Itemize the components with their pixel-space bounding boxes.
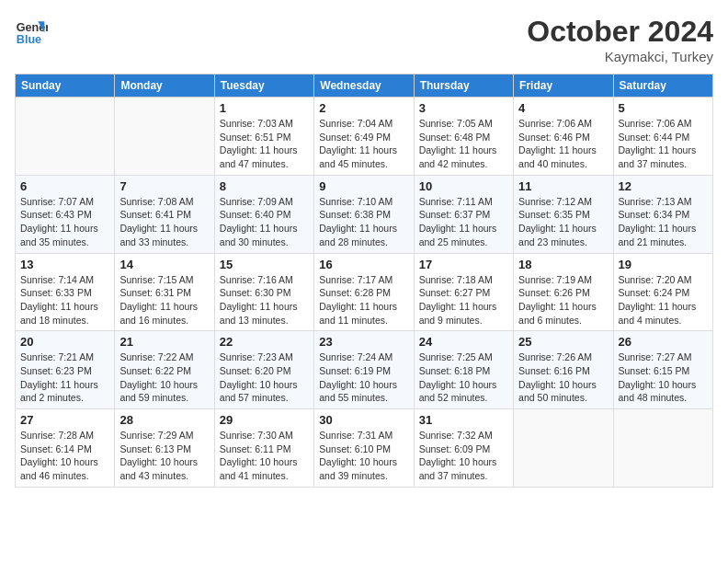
day-info: Sunrise: 7:18 AM Sunset: 6:27 PM Dayligh… bbox=[419, 273, 508, 327]
day-info: Sunrise: 7:10 AM Sunset: 6:38 PM Dayligh… bbox=[319, 195, 408, 249]
day-info: Sunrise: 7:09 AM Sunset: 6:40 PM Dayligh… bbox=[220, 195, 309, 249]
day-number: 27 bbox=[20, 413, 109, 427]
calendar-cell: 21Sunrise: 7:22 AM Sunset: 6:22 PM Dayli… bbox=[115, 331, 214, 409]
page-header: General Blue October 2024 Kaymakci, Turk… bbox=[15, 15, 713, 64]
day-number: 28 bbox=[119, 413, 209, 427]
day-number: 23 bbox=[319, 335, 408, 349]
day-info: Sunrise: 7:20 AM Sunset: 6:24 PM Dayligh… bbox=[619, 273, 708, 327]
day-info: Sunrise: 7:05 AM Sunset: 6:48 PM Dayligh… bbox=[419, 117, 508, 171]
calendar-week-row: 1Sunrise: 7:03 AM Sunset: 6:51 PM Daylig… bbox=[16, 98, 713, 176]
day-number: 25 bbox=[518, 335, 608, 349]
calendar-cell: 7Sunrise: 7:08 AM Sunset: 6:41 PM Daylig… bbox=[115, 175, 214, 253]
calendar-cell: 15Sunrise: 7:16 AM Sunset: 6:30 PM Dayli… bbox=[214, 253, 313, 331]
calendar-cell: 9Sunrise: 7:10 AM Sunset: 6:38 PM Daylig… bbox=[314, 175, 414, 253]
calendar-cell: 29Sunrise: 7:30 AM Sunset: 6:11 PM Dayli… bbox=[214, 409, 313, 488]
day-info: Sunrise: 7:08 AM Sunset: 6:41 PM Dayligh… bbox=[119, 195, 209, 249]
day-info: Sunrise: 7:03 AM Sunset: 6:51 PM Dayligh… bbox=[220, 117, 309, 171]
day-number: 30 bbox=[319, 413, 408, 427]
calendar-cell: 22Sunrise: 7:23 AM Sunset: 6:20 PM Dayli… bbox=[214, 331, 313, 409]
day-info: Sunrise: 7:30 AM Sunset: 6:11 PM Dayligh… bbox=[220, 429, 309, 483]
calendar-cell: 8Sunrise: 7:09 AM Sunset: 6:40 PM Daylig… bbox=[214, 175, 313, 253]
weekday-header-friday: Friday bbox=[514, 75, 613, 98]
calendar-cell: 3Sunrise: 7:05 AM Sunset: 6:48 PM Daylig… bbox=[414, 98, 513, 176]
day-info: Sunrise: 7:06 AM Sunset: 6:44 PM Dayligh… bbox=[619, 117, 708, 171]
day-number: 1 bbox=[220, 101, 309, 115]
calendar-cell: 5Sunrise: 7:06 AM Sunset: 6:44 PM Daylig… bbox=[613, 98, 712, 176]
calendar-cell: 25Sunrise: 7:26 AM Sunset: 6:16 PM Dayli… bbox=[514, 331, 613, 409]
day-number: 8 bbox=[220, 179, 309, 193]
calendar-cell bbox=[613, 409, 712, 488]
day-info: Sunrise: 7:12 AM Sunset: 6:35 PM Dayligh… bbox=[518, 195, 608, 249]
calendar-cell: 31Sunrise: 7:32 AM Sunset: 6:09 PM Dayli… bbox=[414, 409, 513, 488]
calendar-cell: 1Sunrise: 7:03 AM Sunset: 6:51 PM Daylig… bbox=[214, 98, 313, 176]
weekday-header-wednesday: Wednesday bbox=[314, 75, 414, 98]
calendar-cell bbox=[16, 98, 115, 176]
calendar-cell: 14Sunrise: 7:15 AM Sunset: 6:31 PM Dayli… bbox=[115, 253, 214, 331]
calendar-cell: 13Sunrise: 7:14 AM Sunset: 6:33 PM Dayli… bbox=[16, 253, 115, 331]
day-number: 21 bbox=[119, 335, 209, 349]
calendar-cell: 20Sunrise: 7:21 AM Sunset: 6:23 PM Dayli… bbox=[16, 331, 115, 409]
day-info: Sunrise: 7:19 AM Sunset: 6:26 PM Dayligh… bbox=[518, 273, 608, 327]
day-info: Sunrise: 7:13 AM Sunset: 6:34 PM Dayligh… bbox=[619, 195, 708, 249]
day-info: Sunrise: 7:15 AM Sunset: 6:31 PM Dayligh… bbox=[119, 273, 209, 327]
weekday-header-tuesday: Tuesday bbox=[214, 75, 313, 98]
day-info: Sunrise: 7:24 AM Sunset: 6:19 PM Dayligh… bbox=[319, 350, 408, 405]
calendar-cell: 19Sunrise: 7:20 AM Sunset: 6:24 PM Dayli… bbox=[613, 253, 712, 331]
weekday-header-row: SundayMondayTuesdayWednesdayThursdayFrid… bbox=[16, 75, 713, 98]
calendar-cell: 6Sunrise: 7:07 AM Sunset: 6:43 PM Daylig… bbox=[16, 175, 115, 253]
day-info: Sunrise: 7:28 AM Sunset: 6:14 PM Dayligh… bbox=[20, 429, 109, 483]
calendar-cell: 12Sunrise: 7:13 AM Sunset: 6:34 PM Dayli… bbox=[613, 175, 712, 253]
day-info: Sunrise: 7:04 AM Sunset: 6:49 PM Dayligh… bbox=[319, 117, 408, 171]
calendar-cell: 4Sunrise: 7:06 AM Sunset: 6:46 PM Daylig… bbox=[514, 98, 613, 176]
day-number: 10 bbox=[419, 179, 508, 193]
day-info: Sunrise: 7:06 AM Sunset: 6:46 PM Dayligh… bbox=[518, 117, 608, 171]
day-number: 31 bbox=[419, 413, 508, 427]
calendar-cell: 18Sunrise: 7:19 AM Sunset: 6:26 PM Dayli… bbox=[514, 253, 613, 331]
weekday-header-thursday: Thursday bbox=[414, 75, 513, 98]
day-number: 12 bbox=[619, 179, 708, 193]
calendar-week-row: 20Sunrise: 7:21 AM Sunset: 6:23 PM Dayli… bbox=[16, 331, 713, 409]
weekday-header-saturday: Saturday bbox=[613, 75, 712, 98]
day-number: 7 bbox=[119, 179, 209, 193]
day-number: 24 bbox=[419, 335, 508, 349]
month-title: October 2024 bbox=[527, 15, 713, 49]
day-info: Sunrise: 7:29 AM Sunset: 6:13 PM Dayligh… bbox=[119, 429, 209, 483]
day-info: Sunrise: 7:11 AM Sunset: 6:37 PM Dayligh… bbox=[419, 195, 508, 249]
calendar-cell: 30Sunrise: 7:31 AM Sunset: 6:10 PM Dayli… bbox=[314, 409, 414, 488]
day-info: Sunrise: 7:32 AM Sunset: 6:09 PM Dayligh… bbox=[419, 429, 508, 483]
day-number: 9 bbox=[319, 179, 408, 193]
calendar-week-row: 6Sunrise: 7:07 AM Sunset: 6:43 PM Daylig… bbox=[16, 175, 713, 253]
calendar-cell: 26Sunrise: 7:27 AM Sunset: 6:15 PM Dayli… bbox=[613, 331, 712, 409]
day-number: 17 bbox=[419, 258, 508, 271]
day-info: Sunrise: 7:23 AM Sunset: 6:20 PM Dayligh… bbox=[220, 350, 309, 405]
logo-icon: General Blue bbox=[15, 15, 48, 48]
title-block: October 2024 Kaymakci, Turkey bbox=[527, 15, 713, 64]
day-number: 15 bbox=[220, 258, 309, 271]
day-number: 6 bbox=[20, 179, 109, 193]
svg-text:Blue: Blue bbox=[17, 33, 41, 46]
calendar-table: SundayMondayTuesdayWednesdayThursdayFrid… bbox=[15, 74, 713, 488]
day-info: Sunrise: 7:14 AM Sunset: 6:33 PM Dayligh… bbox=[20, 273, 109, 327]
day-number: 19 bbox=[619, 258, 708, 271]
calendar-cell: 24Sunrise: 7:25 AM Sunset: 6:18 PM Dayli… bbox=[414, 331, 513, 409]
day-number: 16 bbox=[319, 258, 408, 271]
day-info: Sunrise: 7:21 AM Sunset: 6:23 PM Dayligh… bbox=[20, 350, 109, 405]
calendar-cell: 16Sunrise: 7:17 AM Sunset: 6:28 PM Dayli… bbox=[314, 253, 414, 331]
weekday-header-sunday: Sunday bbox=[16, 75, 115, 98]
logo: General Blue bbox=[15, 15, 48, 48]
day-number: 3 bbox=[419, 101, 508, 115]
day-number: 14 bbox=[119, 258, 209, 271]
calendar-cell: 2Sunrise: 7:04 AM Sunset: 6:49 PM Daylig… bbox=[314, 98, 414, 176]
calendar-cell: 28Sunrise: 7:29 AM Sunset: 6:13 PM Dayli… bbox=[115, 409, 214, 488]
day-number: 2 bbox=[319, 101, 408, 115]
calendar-cell: 27Sunrise: 7:28 AM Sunset: 6:14 PM Dayli… bbox=[16, 409, 115, 488]
calendar-cell: 10Sunrise: 7:11 AM Sunset: 6:37 PM Dayli… bbox=[414, 175, 513, 253]
calendar-cell: 17Sunrise: 7:18 AM Sunset: 6:27 PM Dayli… bbox=[414, 253, 513, 331]
day-info: Sunrise: 7:07 AM Sunset: 6:43 PM Dayligh… bbox=[20, 195, 109, 249]
day-info: Sunrise: 7:27 AM Sunset: 6:15 PM Dayligh… bbox=[619, 350, 708, 405]
calendar-cell bbox=[514, 409, 613, 488]
calendar-cell bbox=[115, 98, 214, 176]
day-number: 26 bbox=[619, 335, 708, 349]
calendar-cell: 23Sunrise: 7:24 AM Sunset: 6:19 PM Dayli… bbox=[314, 331, 414, 409]
day-number: 20 bbox=[20, 335, 109, 349]
